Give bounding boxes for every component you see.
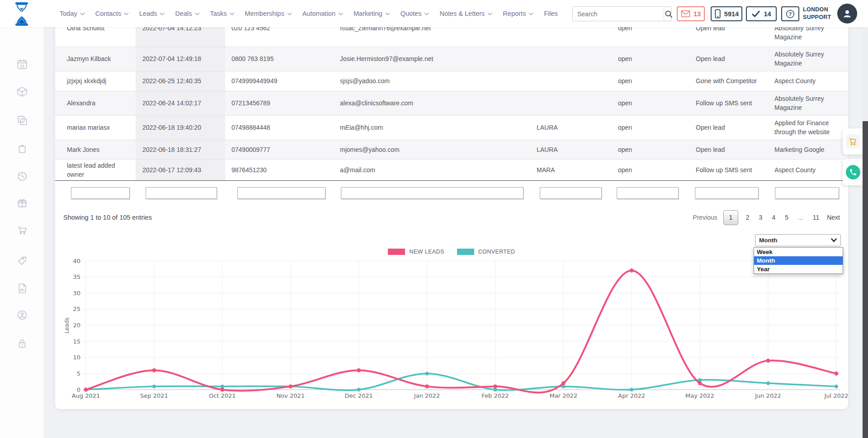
cell-owner — [530, 47, 612, 71]
period-option-year[interactable]: Year — [754, 265, 843, 273]
chevron-down-icon — [831, 238, 837, 242]
chevron-down-icon — [80, 12, 85, 16]
cell-email: Issac_Ziemann76@example.net — [334, 27, 530, 47]
nav-label: Today — [60, 10, 77, 17]
nav-label: Quotes — [401, 10, 422, 17]
svg-text:Oct 2021: Oct 2021 — [209, 392, 236, 399]
cell-name: mariax mariasx — [55, 115, 136, 140]
period-option-month[interactable]: Month — [754, 256, 843, 265]
svg-text:Sep 2021: Sep 2021 — [140, 392, 168, 399]
sidebar-item-price-tag[interactable]: $ — [16, 255, 28, 267]
table-row[interactable]: Otha Schulist2022-07-04 14:12:23020 123 … — [55, 27, 848, 47]
tasks-badge-button[interactable]: 14 — [746, 6, 777, 21]
filter-input-email[interactable] — [341, 187, 524, 199]
sidebar-item-copy[interactable] — [16, 114, 28, 126]
cell-source: Absolutely Surrey Magazine — [768, 91, 848, 115]
nav-item-today[interactable]: Today — [60, 10, 85, 17]
svg-text:Jun 2022: Jun 2022 — [755, 392, 781, 399]
call-button[interactable] — [846, 165, 860, 179]
period-select[interactable]: Month — [755, 234, 841, 246]
nav-item-notes-letters[interactable]: Notes & Letters — [439, 10, 492, 17]
sidebar-item-shopping-bag[interactable] — [16, 142, 28, 154]
page-button-4[interactable]: 4 — [770, 214, 777, 221]
filter-input-name[interactable] — [71, 187, 130, 199]
filter-input-source[interactable] — [775, 187, 839, 199]
filter-input-created[interactable] — [146, 187, 217, 199]
table-row[interactable]: Mark Jones2022-06-18 18:31:2707490009777… — [55, 140, 848, 159]
chevron-down-icon — [487, 12, 492, 16]
page-button-2[interactable]: 2 — [744, 214, 751, 221]
basket-button[interactable] — [846, 134, 860, 149]
sidebar-item-gift[interactable] — [16, 197, 28, 209]
period-option-week[interactable]: Week — [754, 248, 843, 256]
svg-text:10: 10 — [73, 354, 80, 361]
avatar[interactable] — [837, 4, 857, 24]
svg-text:5: 5 — [77, 370, 80, 377]
filter-input-lead-status[interactable] — [695, 187, 759, 199]
filter-input-phone[interactable] — [237, 187, 326, 199]
cell-created: 2022-06-24 14:02:17 — [136, 91, 225, 115]
search-button[interactable] — [664, 7, 673, 21]
nav-item-deals[interactable]: Deals — [175, 10, 199, 17]
table-row[interactable]: latest lead added owner2022-06-17 12:09:… — [55, 159, 848, 181]
nav-item-reports[interactable]: Reports — [503, 10, 533, 17]
nav-item-quotes[interactable]: Quotes — [401, 10, 429, 17]
user-circle-icon — [16, 309, 28, 321]
page-button-3[interactable]: 3 — [757, 214, 764, 221]
chevron-down-icon — [338, 12, 343, 16]
page-button-1[interactable]: 1 — [723, 210, 738, 225]
sidebar-item-user-circle[interactable] — [16, 309, 28, 321]
nav-label: Reports — [503, 10, 526, 17]
nav-label: Contacts — [95, 10, 121, 17]
svg-text:?: ? — [789, 11, 792, 16]
period-select-options: WeekMonthYear — [754, 247, 843, 274]
nav-label: Marketing — [354, 10, 382, 17]
sidebar-item-calendar[interactable]: 12 — [16, 58, 28, 70]
cell-lead-status: Open lead — [689, 140, 768, 159]
cube-icon — [16, 86, 28, 98]
nav-item-leads[interactable]: Leads — [139, 10, 165, 17]
sidebar-item-lock[interactable] — [16, 338, 28, 349]
table-row[interactable]: mariax mariasx2022-06-18 19:40:200749888… — [55, 115, 848, 140]
chevron-down-icon — [424, 12, 429, 16]
cell-owner: MARA — [530, 159, 612, 181]
sidebar-item-cart[interactable] — [16, 224, 28, 235]
cell-created: 2022-06-18 19:40:20 — [136, 115, 225, 140]
page-button-5[interactable]: 5 — [783, 214, 790, 221]
previous-page-button[interactable]: Previous — [693, 214, 717, 221]
app-logo-hourglass-icon[interactable] — [13, 2, 31, 26]
nav-item-memberships[interactable]: Memberships — [245, 10, 292, 17]
cell-phone: 0749999449949 — [225, 71, 334, 91]
nav-item-contacts[interactable]: Contacts — [95, 10, 129, 17]
cell-lead-status: Open lead — [689, 27, 768, 47]
table-row[interactable]: Alexandra2022-06-24 14:02:1707213456789a… — [55, 91, 848, 115]
cell-name: Otha Schulist — [55, 27, 136, 47]
svg-text:Aug 2021: Aug 2021 — [72, 392, 100, 399]
calls-count: 5914 — [724, 10, 739, 18]
calls-badge-button[interactable]: 5914 — [711, 6, 742, 21]
table-row[interactable]: jzjxjxj xkxkdjdj2022-06-25 12:40:3507499… — [55, 71, 848, 91]
nav-item-marketing[interactable]: Marketing — [354, 10, 390, 17]
svg-text:25: 25 — [73, 306, 80, 312]
page-button-11[interactable]: 11 — [811, 214, 821, 221]
nav-item-tasks[interactable]: Tasks — [210, 10, 235, 17]
filter-input-status[interactable] — [617, 187, 679, 199]
filter-input-owner[interactable] — [540, 187, 602, 199]
svg-text:Dec 2021: Dec 2021 — [344, 392, 373, 399]
cell-email: alexa@clinicsoftware.com — [334, 91, 530, 115]
mail-badge-button[interactable]: 13 — [677, 6, 705, 21]
nav-item-automation[interactable]: Automation — [302, 10, 343, 17]
sidebar-item-cube[interactable] — [16, 86, 28, 98]
help-button[interactable]: ? — [781, 6, 799, 21]
nav-item-files[interactable]: Files — [544, 10, 558, 17]
next-page-button[interactable]: Next — [827, 214, 840, 221]
cell-email: sjsjs@yadoo.com — [334, 71, 530, 91]
call-flyout — [843, 159, 863, 185]
scrollbar-thumb[interactable] — [863, 121, 868, 438]
sidebar-item-report[interactable] — [16, 283, 28, 294]
user-icon — [841, 8, 853, 19]
search-input[interactable] — [573, 10, 664, 18]
chevron-down-icon — [230, 12, 235, 16]
table-row[interactable]: Jazmyn Kilback2022-07-04 12:49:180800 76… — [55, 47, 848, 71]
sidebar-item-history[interactable] — [16, 170, 28, 182]
